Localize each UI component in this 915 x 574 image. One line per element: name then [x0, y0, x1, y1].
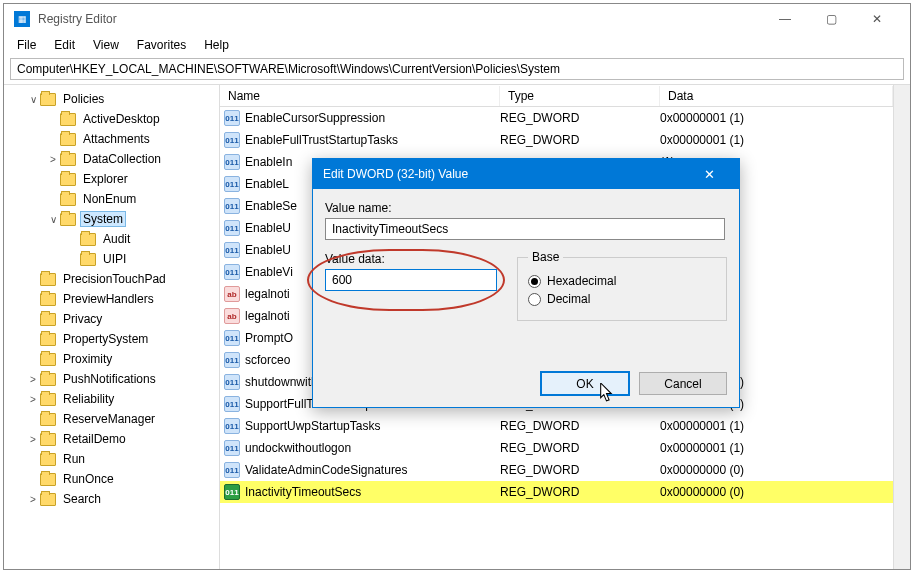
tree-node-explorer[interactable]: Explorer	[4, 169, 219, 189]
twisty-icon[interactable]: >	[26, 494, 40, 505]
folder-icon	[60, 193, 76, 206]
menu-view[interactable]: View	[85, 36, 127, 54]
registry-editor-window: ▦ Registry Editor — ▢ ✕ FileEditViewFavo…	[3, 3, 911, 570]
folder-icon	[40, 433, 56, 446]
tree-node-activedesktop[interactable]: ActiveDesktop	[4, 109, 219, 129]
tree-node-previewhandlers[interactable]: PreviewHandlers	[4, 289, 219, 309]
value-type-icon: 011	[224, 198, 240, 214]
tree-node-pushnotifications[interactable]: >PushNotifications	[4, 369, 219, 389]
base-group: Base Hexadecimal Decimal	[517, 250, 727, 321]
ok-button[interactable]: OK	[541, 372, 629, 395]
app-icon: ▦	[14, 11, 30, 27]
folder-icon	[60, 173, 76, 186]
tree-node-search[interactable]: >Search	[4, 489, 219, 509]
folder-icon	[40, 293, 56, 306]
twisty-icon[interactable]: ∨	[26, 94, 40, 105]
list-row[interactable]: 011SupportUwpStartupTasksREG_DWORD0x0000…	[220, 415, 893, 437]
list-row[interactable]: 011ValidateAdminCodeSignaturesREG_DWORD0…	[220, 459, 893, 481]
menu-edit[interactable]: Edit	[46, 36, 83, 54]
value-type-icon: 011	[224, 242, 240, 258]
cancel-button[interactable]: Cancel	[639, 372, 727, 395]
tree-node-proximity[interactable]: Proximity	[4, 349, 219, 369]
folder-icon	[40, 393, 56, 406]
dialog-titlebar[interactable]: Edit DWORD (32-bit) Value ✕	[313, 159, 739, 189]
tree-node-audit[interactable]: Audit	[4, 229, 219, 249]
folder-icon	[60, 113, 76, 126]
twisty-icon[interactable]: ∨	[46, 214, 60, 225]
value-type-icon: 011	[224, 440, 240, 456]
value-type-icon: 011	[224, 374, 240, 390]
value-type-icon: 011	[224, 352, 240, 368]
value-type-icon: ab	[224, 308, 240, 324]
folder-icon	[40, 313, 56, 326]
twisty-icon[interactable]: >	[26, 374, 40, 385]
list-row[interactable]: 011EnableCursorSuppressionREG_DWORD0x000…	[220, 107, 893, 129]
tree-node-propertysystem[interactable]: PropertySystem	[4, 329, 219, 349]
folder-icon	[40, 273, 56, 286]
value-type-icon: 011	[224, 110, 240, 126]
folder-icon	[60, 133, 76, 146]
radio-decimal[interactable]: Decimal	[528, 292, 716, 306]
maximize-button[interactable]: ▢	[808, 4, 854, 34]
base-legend: Base	[528, 250, 563, 264]
list-row[interactable]: 011undockwithoutlogonREG_DWORD0x00000001…	[220, 437, 893, 459]
folder-icon	[40, 493, 56, 506]
tree-node-uipi[interactable]: UIPI	[4, 249, 219, 269]
minimize-button[interactable]: —	[762, 4, 808, 34]
tree-node-retaildemo[interactable]: >RetailDemo	[4, 429, 219, 449]
list-header[interactable]: Name Type Data	[220, 85, 893, 107]
value-type-icon: 011	[224, 154, 240, 170]
tree-node-system[interactable]: ∨System	[4, 209, 219, 229]
vertical-scrollbar[interactable]	[893, 85, 910, 569]
menu-favorites[interactable]: Favorites	[129, 36, 194, 54]
value-type-icon: 011	[224, 176, 240, 192]
twisty-icon[interactable]: >	[26, 394, 40, 405]
col-name-header[interactable]: Name	[220, 86, 500, 106]
dialog-title: Edit DWORD (32-bit) Value	[323, 167, 689, 181]
value-name-label: Value name:	[325, 201, 727, 215]
dialog-close-button[interactable]: ✕	[689, 167, 729, 182]
value-data-label: Value data:	[325, 252, 499, 266]
twisty-icon[interactable]: >	[26, 434, 40, 445]
col-data-header[interactable]: Data	[660, 86, 893, 106]
value-type-icon: 011	[224, 484, 240, 500]
close-button[interactable]: ✕	[854, 4, 900, 34]
folder-icon	[40, 373, 56, 386]
value-type-icon: 011	[224, 132, 240, 148]
tree-node-datacollection[interactable]: >DataCollection	[4, 149, 219, 169]
titlebar[interactable]: ▦ Registry Editor — ▢ ✕	[4, 4, 910, 34]
tree-node-nonenum[interactable]: NonEnum	[4, 189, 219, 209]
tree-node-reservemanager[interactable]: ReserveManager	[4, 409, 219, 429]
folder-icon	[40, 353, 56, 366]
value-data-field[interactable]	[325, 269, 497, 291]
tree-node-runonce[interactable]: RunOnce	[4, 469, 219, 489]
col-type-header[interactable]: Type	[500, 86, 660, 106]
folder-icon	[40, 333, 56, 346]
folder-icon	[40, 413, 56, 426]
radio-hexadecimal[interactable]: Hexadecimal	[528, 274, 716, 288]
tree-node-attachments[interactable]: Attachments	[4, 129, 219, 149]
tree-view[interactable]: ∨PoliciesActiveDesktopAttachments>DataCo…	[4, 85, 220, 569]
value-type-icon: 011	[224, 462, 240, 478]
value-type-icon: 011	[224, 418, 240, 434]
edit-dword-dialog: Edit DWORD (32-bit) Value ✕ Value name: …	[312, 158, 740, 408]
window-title: Registry Editor	[38, 12, 762, 26]
tree-node-privacy[interactable]: Privacy	[4, 309, 219, 329]
tree-node-reliability[interactable]: >Reliability	[4, 389, 219, 409]
menu-file[interactable]: File	[9, 36, 44, 54]
dialog-body: Value name: Value data: Base Hexadecimal	[313, 189, 739, 372]
value-type-icon: 011	[224, 330, 240, 346]
radio-dec-icon	[528, 293, 541, 306]
menu-bar: FileEditViewFavoritesHelp	[4, 34, 910, 56]
list-row[interactable]: 011EnableFullTrustStartupTasksREG_DWORD0…	[220, 129, 893, 151]
radio-hex-label: Hexadecimal	[547, 274, 616, 288]
tree-node-policies[interactable]: ∨Policies	[4, 89, 219, 109]
twisty-icon[interactable]: >	[46, 154, 60, 165]
tree-node-precisiontouchpad[interactable]: PrecisionTouchPad	[4, 269, 219, 289]
value-name-field[interactable]	[325, 218, 725, 240]
tree-node-run[interactable]: Run	[4, 449, 219, 469]
menu-help[interactable]: Help	[196, 36, 237, 54]
address-bar[interactable]: Computer\HKEY_LOCAL_MACHINE\SOFTWARE\Mic…	[10, 58, 904, 80]
value-type-icon: 011	[224, 264, 240, 280]
list-row[interactable]: 011InactivityTimeoutSecsREG_DWORD0x00000…	[220, 481, 893, 503]
